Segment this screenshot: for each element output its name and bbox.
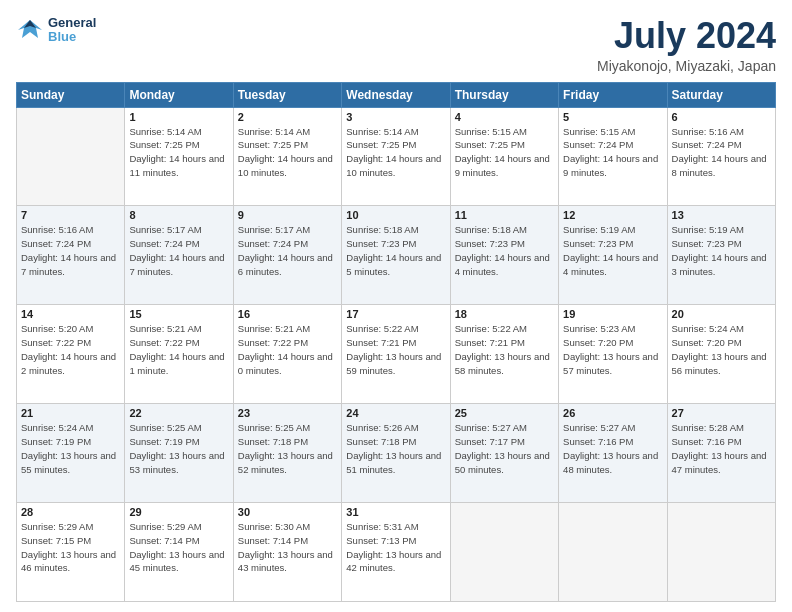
day-info: Sunrise: 5:17 AMSunset: 7:24 PMDaylight:… xyxy=(238,223,337,278)
logo: General Blue xyxy=(16,16,96,45)
day-info: Sunrise: 5:15 AMSunset: 7:24 PMDaylight:… xyxy=(563,125,662,180)
calendar-cell: 16Sunrise: 5:21 AMSunset: 7:22 PMDayligh… xyxy=(233,305,341,404)
calendar-cell: 27Sunrise: 5:28 AMSunset: 7:16 PMDayligh… xyxy=(667,404,775,503)
day-number: 16 xyxy=(238,308,337,320)
calendar-cell: 10Sunrise: 5:18 AMSunset: 7:23 PMDayligh… xyxy=(342,206,450,305)
day-info: Sunrise: 5:16 AMSunset: 7:24 PMDaylight:… xyxy=(672,125,771,180)
day-info: Sunrise: 5:22 AMSunset: 7:21 PMDaylight:… xyxy=(346,322,445,377)
calendar-cell: 22Sunrise: 5:25 AMSunset: 7:19 PMDayligh… xyxy=(125,404,233,503)
day-info: Sunrise: 5:18 AMSunset: 7:23 PMDaylight:… xyxy=(455,223,554,278)
day-info: Sunrise: 5:21 AMSunset: 7:22 PMDaylight:… xyxy=(238,322,337,377)
day-number: 13 xyxy=(672,209,771,221)
day-number: 25 xyxy=(455,407,554,419)
day-number: 29 xyxy=(129,506,228,518)
calendar-cell: 31Sunrise: 5:31 AMSunset: 7:13 PMDayligh… xyxy=(342,503,450,602)
weekday-header-friday: Friday xyxy=(559,82,667,107)
day-info: Sunrise: 5:20 AMSunset: 7:22 PMDaylight:… xyxy=(21,322,120,377)
calendar-cell: 11Sunrise: 5:18 AMSunset: 7:23 PMDayligh… xyxy=(450,206,558,305)
calendar-cell: 24Sunrise: 5:26 AMSunset: 7:18 PMDayligh… xyxy=(342,404,450,503)
day-number: 30 xyxy=(238,506,337,518)
day-info: Sunrise: 5:16 AMSunset: 7:24 PMDaylight:… xyxy=(21,223,120,278)
calendar-cell: 28Sunrise: 5:29 AMSunset: 7:15 PMDayligh… xyxy=(17,503,125,602)
day-number: 21 xyxy=(21,407,120,419)
day-info: Sunrise: 5:29 AMSunset: 7:15 PMDaylight:… xyxy=(21,520,120,575)
calendar-cell: 2Sunrise: 5:14 AMSunset: 7:25 PMDaylight… xyxy=(233,107,341,206)
day-info: Sunrise: 5:24 AMSunset: 7:19 PMDaylight:… xyxy=(21,421,120,476)
day-info: Sunrise: 5:30 AMSunset: 7:14 PMDaylight:… xyxy=(238,520,337,575)
day-number: 23 xyxy=(238,407,337,419)
calendar-week-3: 14Sunrise: 5:20 AMSunset: 7:22 PMDayligh… xyxy=(17,305,776,404)
calendar-cell: 14Sunrise: 5:20 AMSunset: 7:22 PMDayligh… xyxy=(17,305,125,404)
day-info: Sunrise: 5:18 AMSunset: 7:23 PMDaylight:… xyxy=(346,223,445,278)
day-number: 8 xyxy=(129,209,228,221)
weekday-header-monday: Monday xyxy=(125,82,233,107)
day-number: 6 xyxy=(672,111,771,123)
day-info: Sunrise: 5:14 AMSunset: 7:25 PMDaylight:… xyxy=(238,125,337,180)
day-number: 15 xyxy=(129,308,228,320)
calendar-table: SundayMondayTuesdayWednesdayThursdayFrid… xyxy=(16,82,776,602)
calendar-cell xyxy=(559,503,667,602)
day-number: 31 xyxy=(346,506,445,518)
day-number: 24 xyxy=(346,407,445,419)
calendar-cell: 21Sunrise: 5:24 AMSunset: 7:19 PMDayligh… xyxy=(17,404,125,503)
calendar-cell: 13Sunrise: 5:19 AMSunset: 7:23 PMDayligh… xyxy=(667,206,775,305)
logo-text: General Blue xyxy=(48,16,96,45)
calendar-cell xyxy=(17,107,125,206)
title-block: July 2024 Miyakonojo, Miyazaki, Japan xyxy=(597,16,776,74)
calendar-cell: 23Sunrise: 5:25 AMSunset: 7:18 PMDayligh… xyxy=(233,404,341,503)
calendar-cell: 8Sunrise: 5:17 AMSunset: 7:24 PMDaylight… xyxy=(125,206,233,305)
day-info: Sunrise: 5:22 AMSunset: 7:21 PMDaylight:… xyxy=(455,322,554,377)
calendar-cell: 29Sunrise: 5:29 AMSunset: 7:14 PMDayligh… xyxy=(125,503,233,602)
day-info: Sunrise: 5:19 AMSunset: 7:23 PMDaylight:… xyxy=(563,223,662,278)
day-number: 10 xyxy=(346,209,445,221)
day-info: Sunrise: 5:21 AMSunset: 7:22 PMDaylight:… xyxy=(129,322,228,377)
day-info: Sunrise: 5:28 AMSunset: 7:16 PMDaylight:… xyxy=(672,421,771,476)
calendar-week-2: 7Sunrise: 5:16 AMSunset: 7:24 PMDaylight… xyxy=(17,206,776,305)
day-info: Sunrise: 5:29 AMSunset: 7:14 PMDaylight:… xyxy=(129,520,228,575)
calendar-cell: 25Sunrise: 5:27 AMSunset: 7:17 PMDayligh… xyxy=(450,404,558,503)
day-info: Sunrise: 5:23 AMSunset: 7:20 PMDaylight:… xyxy=(563,322,662,377)
day-info: Sunrise: 5:14 AMSunset: 7:25 PMDaylight:… xyxy=(346,125,445,180)
calendar-cell: 12Sunrise: 5:19 AMSunset: 7:23 PMDayligh… xyxy=(559,206,667,305)
day-info: Sunrise: 5:25 AMSunset: 7:18 PMDaylight:… xyxy=(238,421,337,476)
day-number: 19 xyxy=(563,308,662,320)
calendar-cell xyxy=(667,503,775,602)
day-number: 1 xyxy=(129,111,228,123)
day-number: 18 xyxy=(455,308,554,320)
day-info: Sunrise: 5:25 AMSunset: 7:19 PMDaylight:… xyxy=(129,421,228,476)
day-number: 7 xyxy=(21,209,120,221)
day-number: 11 xyxy=(455,209,554,221)
calendar-cell: 4Sunrise: 5:15 AMSunset: 7:25 PMDaylight… xyxy=(450,107,558,206)
day-number: 26 xyxy=(563,407,662,419)
calendar-cell: 19Sunrise: 5:23 AMSunset: 7:20 PMDayligh… xyxy=(559,305,667,404)
day-number: 14 xyxy=(21,308,120,320)
calendar-cell: 7Sunrise: 5:16 AMSunset: 7:24 PMDaylight… xyxy=(17,206,125,305)
calendar-cell: 9Sunrise: 5:17 AMSunset: 7:24 PMDaylight… xyxy=(233,206,341,305)
day-number: 9 xyxy=(238,209,337,221)
subtitle: Miyakonojo, Miyazaki, Japan xyxy=(597,58,776,74)
day-number: 4 xyxy=(455,111,554,123)
day-number: 3 xyxy=(346,111,445,123)
day-number: 2 xyxy=(238,111,337,123)
day-number: 20 xyxy=(672,308,771,320)
day-number: 12 xyxy=(563,209,662,221)
day-info: Sunrise: 5:24 AMSunset: 7:20 PMDaylight:… xyxy=(672,322,771,377)
page: General Blue July 2024 Miyakonojo, Miyaz… xyxy=(0,0,792,612)
calendar-week-1: 1Sunrise: 5:14 AMSunset: 7:25 PMDaylight… xyxy=(17,107,776,206)
calendar-cell: 26Sunrise: 5:27 AMSunset: 7:16 PMDayligh… xyxy=(559,404,667,503)
calendar-cell xyxy=(450,503,558,602)
day-number: 28 xyxy=(21,506,120,518)
day-info: Sunrise: 5:19 AMSunset: 7:23 PMDaylight:… xyxy=(672,223,771,278)
day-info: Sunrise: 5:27 AMSunset: 7:16 PMDaylight:… xyxy=(563,421,662,476)
weekday-header-tuesday: Tuesday xyxy=(233,82,341,107)
main-title: July 2024 xyxy=(597,16,776,56)
calendar-cell: 18Sunrise: 5:22 AMSunset: 7:21 PMDayligh… xyxy=(450,305,558,404)
calendar-cell: 15Sunrise: 5:21 AMSunset: 7:22 PMDayligh… xyxy=(125,305,233,404)
day-number: 17 xyxy=(346,308,445,320)
day-info: Sunrise: 5:14 AMSunset: 7:25 PMDaylight:… xyxy=(129,125,228,180)
weekday-header-saturday: Saturday xyxy=(667,82,775,107)
day-number: 27 xyxy=(672,407,771,419)
weekday-header-wednesday: Wednesday xyxy=(342,82,450,107)
day-info: Sunrise: 5:27 AMSunset: 7:17 PMDaylight:… xyxy=(455,421,554,476)
day-number: 22 xyxy=(129,407,228,419)
